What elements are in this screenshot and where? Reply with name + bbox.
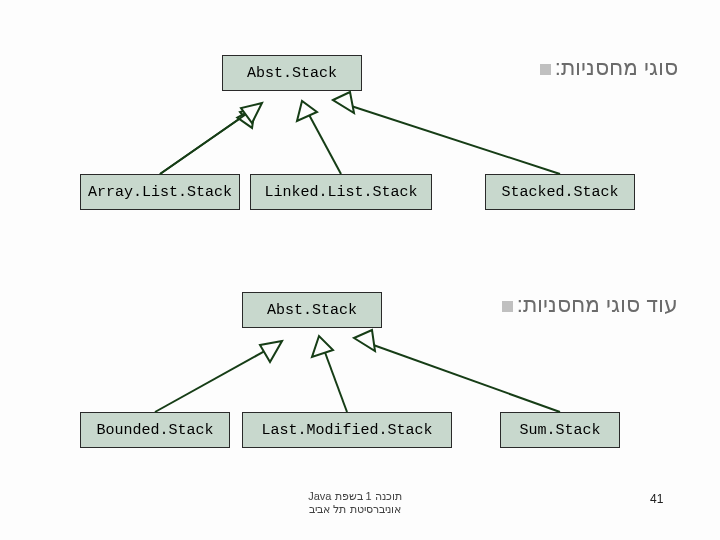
svg-marker-4 xyxy=(241,103,262,123)
footer-course-line1: תוכנה 1 בשפת Java xyxy=(270,490,440,503)
arrow-d2-c1 xyxy=(312,336,347,412)
svg-marker-12 xyxy=(312,336,333,357)
arrow-d2-c2 xyxy=(354,330,560,412)
svg-marker-6 xyxy=(297,101,317,121)
svg-line-9 xyxy=(155,347,272,412)
box-diagram1-child-1: Linked.List.Stack xyxy=(250,174,432,210)
heading-more-stack-types-text: עוד סוגי מחסניות: xyxy=(517,292,678,317)
svg-line-5 xyxy=(307,111,341,174)
box-diagram1-child-2: Stacked.Stack xyxy=(485,174,635,210)
svg-line-7 xyxy=(345,104,560,174)
heading-stack-types: סוגי מחסניות: xyxy=(532,55,678,81)
footer-course-line2: אוניברסיטת תל אביב xyxy=(270,503,440,516)
svg-marker-14 xyxy=(354,330,375,351)
footer-course: תוכנה 1 בשפת Java אוניברסיטת תל אביב xyxy=(270,490,440,516)
box-diagram2-parent: Abst.Stack xyxy=(242,292,382,328)
heading-more-stack-types: עוד סוגי מחסניות: xyxy=(494,292,678,318)
box-diagram2-child-2: Sum.Stack xyxy=(500,412,620,448)
box-diagram1-child-1-label: Linked.List.Stack xyxy=(264,184,417,201)
svg-line-11 xyxy=(323,347,347,412)
box-diagram2-child-2-label: Sum.Stack xyxy=(519,422,600,439)
box-diagram2-child-0-label: Bounded.Stack xyxy=(96,422,213,439)
box-diagram2-child-1-label: Last.Modified.Stack xyxy=(261,422,432,439)
arrow-d1-c2 xyxy=(333,92,560,174)
box-diagram1-parent-label: Abst.Stack xyxy=(247,65,337,82)
arrow-d2-c0 xyxy=(155,341,282,412)
svg-marker-10 xyxy=(260,341,282,362)
box-diagram1-child-0-label: Array.List.Stack xyxy=(88,184,232,201)
box-diagram2-child-1: Last.Modified.Stack xyxy=(242,412,452,448)
box-diagram1-child-0: Array.List.Stack xyxy=(80,174,240,210)
page-number: 41 xyxy=(650,492,663,506)
box-diagram1-parent: Abst.Stack xyxy=(222,55,362,91)
svg-line-3 xyxy=(160,110,252,174)
box-diagram2-parent-label: Abst.Stack xyxy=(267,302,357,319)
heading-stack-types-text: סוגי מחסניות: xyxy=(555,55,678,80)
arrow-d1-c0 xyxy=(160,103,262,174)
svg-marker-8 xyxy=(333,92,354,113)
box-diagram1-child-2-label: Stacked.Stack xyxy=(501,184,618,201)
arrow-d1-c1 xyxy=(297,101,341,174)
svg-marker-2 xyxy=(237,103,262,128)
svg-line-13 xyxy=(365,342,560,412)
svg-line-0 xyxy=(160,108,255,174)
svg-marker-1 xyxy=(240,108,255,124)
box-diagram2-child-0: Bounded.Stack xyxy=(80,412,230,448)
